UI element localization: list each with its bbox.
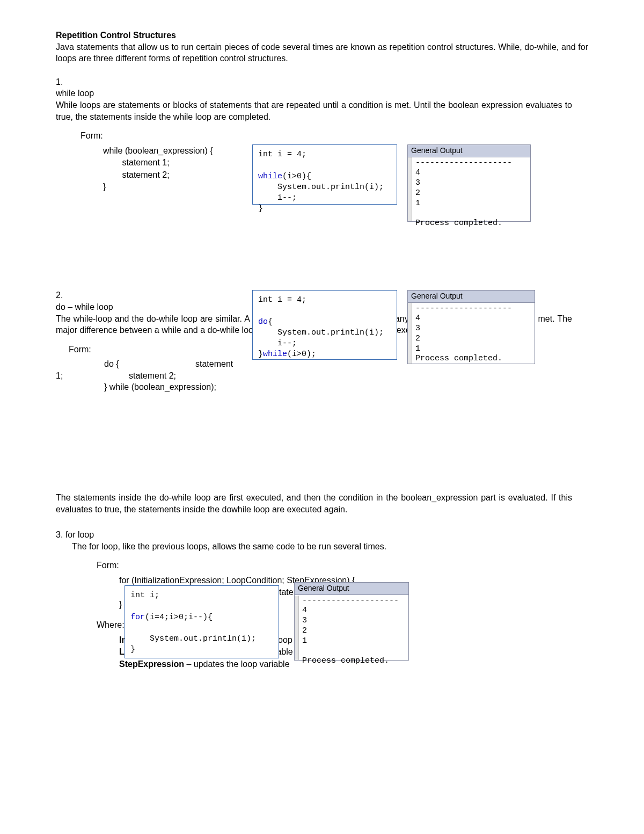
output-header-1: General Output [408, 145, 530, 157]
output-panel-dowhile: General Output -------------------- 4 3 … [407, 290, 535, 364]
output-gutter-2 [408, 303, 412, 364]
code-example-dowhile: int i = 4; do{ System.out.println(i); i-… [252, 290, 397, 360]
output-header-3: General Output [295, 583, 408, 595]
output-gutter-1 [408, 157, 412, 221]
where-b3: StepExpression [119, 659, 184, 669]
output-panel-for: General Output -------------------- 4 3 … [294, 582, 409, 661]
intro-text: Java statements that allow us to run cer… [56, 41, 588, 64]
list-marker-1: 1. [56, 76, 70, 88]
form-label-3: Form: [97, 560, 588, 571]
output-body-3: -------------------- 4 3 2 1 Process com… [295, 595, 408, 670]
code1-pre: int i = 4; [258, 150, 306, 159]
output-body-1: -------------------- 4 3 2 1 Process com… [408, 157, 530, 232]
list-marker-3: 3. [56, 530, 63, 539]
section-while-heading: while loop [56, 88, 572, 99]
code2-kw2: while [263, 350, 287, 359]
code2-pre: int i = 4; [258, 295, 306, 304]
code3-kw: for [130, 613, 145, 622]
section-dowhile-note: The statements inside the do-while loop … [56, 492, 572, 515]
code-example-while: int i = 4; while(i>0){ System.out.printl… [252, 144, 397, 205]
output-body-2: -------------------- 4 3 2 1 Process com… [408, 303, 535, 368]
document-page: Repetition Control Structures Java state… [0, 0, 644, 834]
form2-line2-left: 1; [56, 370, 70, 382]
form-label-1: Form: [80, 130, 572, 142]
code1-kw: while [258, 172, 282, 181]
form2-line1-left: do { [104, 358, 195, 370]
code2-post: (i>0); [287, 350, 316, 359]
section-for-desc: The for loop, like the previous loops, a… [72, 541, 588, 553]
intro-block: Repetition Control Structures Java state… [56, 30, 588, 64]
form2-line2-right: statement 2; [129, 370, 176, 382]
code2-kw1: do [258, 317, 268, 327]
code3-pre: int i; [130, 591, 159, 600]
output-header-2: General Output [408, 291, 535, 303]
section-while-desc: While loops are statements or blocks of … [56, 99, 572, 122]
list-marker-2: 2. [56, 289, 70, 301]
page-title: Repetition Control Structures [56, 30, 588, 41]
form2-line3: } while (boolean_expression); [104, 381, 572, 393]
output-gutter-3 [295, 596, 299, 660]
form2-line1-right: statement [195, 358, 233, 370]
code-example-for: int i; for(i=4;i>0;i--){ System.out.prin… [125, 585, 279, 658]
output-panel-while: General Output -------------------- 4 3 … [407, 144, 531, 222]
section-for-heading: for loop [65, 530, 94, 539]
code3-post: (i=4;i>0;i--){ System.out.println(i); } [130, 613, 256, 655]
where-t3: – updates the loop variable [184, 659, 290, 669]
